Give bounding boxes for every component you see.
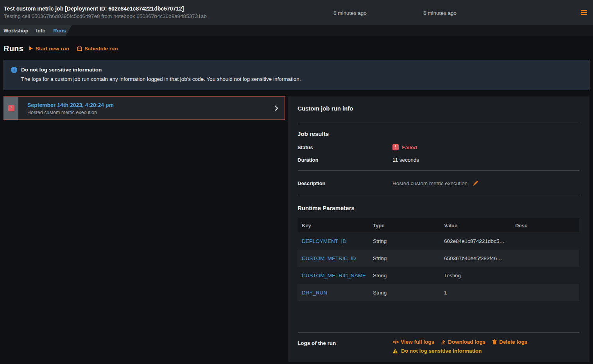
runtime-parameters-heading: Runtime Parameters [297, 205, 579, 211]
logs-actions: </> View full logs Download logs [392, 339, 579, 354]
description-value-wrap: Hosted custom metric execution [392, 180, 579, 186]
param-key-link[interactable]: CUSTOM_METRIC_NAME [297, 273, 369, 278]
view-full-logs-button[interactable]: </> View full logs [392, 339, 434, 345]
col-header-value: Value [440, 223, 511, 228]
description-value: Hosted custom metric execution [392, 180, 468, 186]
play-icon [29, 46, 33, 51]
param-value: 650367b40ee5f383f46… [440, 255, 511, 261]
tab-info[interactable]: Info [36, 28, 45, 34]
download-icon [441, 339, 446, 344]
logs-links: </> View full logs Download logs [392, 339, 579, 345]
col-header-desc: Desc [511, 223, 579, 228]
menu-bar [581, 12, 587, 13]
calendar-icon [77, 46, 82, 51]
tab-runs[interactable]: Runs [53, 28, 66, 34]
columns: ! September 14th 2023, 4:20:24 pm Hosted… [4, 96, 589, 362]
logs-label: Logs of the run [297, 339, 392, 354]
divider [297, 195, 579, 195]
app-header: Test custom metric job [Deployment ID: 6… [0, 0, 593, 25]
timestamp-updated: 6 minutes ago [423, 10, 457, 16]
param-key-link[interactable]: CUSTOM_METRIC_ID [297, 255, 369, 261]
menu-icon[interactable] [581, 10, 587, 15]
duration-label: Duration [297, 157, 392, 163]
banner-body: The logs for a custom job run contain an… [21, 76, 301, 82]
schedule-run-label: Schedule run [84, 46, 118, 52]
run-subtitle: Hosted custom metric execution [27, 110, 274, 115]
download-logs-label: Download logs [448, 339, 486, 345]
failed-status-icon: ! [392, 144, 399, 150]
trash-icon [492, 339, 497, 344]
col-header-key: Key [297, 223, 369, 228]
download-logs-button[interactable]: Download logs [441, 339, 486, 345]
schedule-run-button[interactable]: Schedule run [77, 46, 118, 52]
param-key-link[interactable]: DRY_RUN [297, 290, 369, 296]
edit-description-icon[interactable] [473, 180, 478, 186]
param-type: String [369, 290, 440, 296]
table-row: DEPLOYMENT_ID String 602e84e1c874221dbc5… [297, 232, 579, 250]
logs-section: Logs of the run </> View full logs [297, 339, 579, 354]
param-value: Testing [440, 273, 511, 278]
run-status-strip: ! [4, 97, 18, 120]
divider [297, 123, 579, 123]
param-key-link[interactable]: DEPLOYMENT_ID [297, 238, 369, 244]
status-row: Status ! Failed [297, 143, 579, 151]
runtime-parameters-table: Key Type Value Desc DEPLOYMENT_ID String… [297, 218, 579, 301]
description-label: Description [297, 180, 392, 186]
failed-status-icon: ! [8, 105, 14, 111]
status-value: ! Failed [392, 144, 579, 150]
tab-bar: Workshop Info Runs [0, 25, 593, 36]
col-header-type: Type [369, 223, 440, 228]
param-value: 602e84e1c874221dbc5… [440, 238, 511, 244]
divider [297, 332, 579, 333]
run-title: September 14th 2023, 4:20:24 pm [27, 102, 274, 109]
menu-bar [581, 14, 587, 15]
description-row: Description Hosted custom metric executi… [297, 175, 579, 191]
tab-strip: Workshop Info Runs [0, 25, 75, 36]
panel-title: Custom job run info [297, 105, 579, 112]
table-row: DRY_RUN String 1 [297, 284, 579, 301]
main-content: Runs Start new run Schedule run i Do not… [0, 43, 593, 362]
sensitive-info-banner: i Do not log sensitive information The l… [4, 60, 589, 90]
run-list-item[interactable]: ! September 14th 2023, 4:20:24 pm Hosted… [4, 96, 285, 120]
job-results-heading: Job results [297, 130, 579, 137]
duration-value: 11 seconds [392, 157, 579, 163]
table-body: DEPLOYMENT_ID String 602e84e1c874221dbc5… [297, 232, 579, 301]
status-label: Status [297, 145, 392, 150]
tab-workshop[interactable]: Workshop [4, 28, 28, 34]
divider [297, 170, 579, 171]
job-title: Test custom metric job [Deployment ID: 6… [4, 5, 587, 12]
table-header-row: Key Type Value Desc [297, 218, 579, 232]
chevron-right-icon [274, 97, 285, 120]
param-type: String [369, 255, 440, 261]
table-row: CUSTOM_METRIC_NAME String Testing [297, 267, 579, 284]
status-failed-text: Failed [402, 145, 417, 150]
warning-icon [392, 348, 398, 353]
param-type: String [369, 273, 440, 278]
logs-warning-text: Do not log sensitive information [401, 348, 482, 354]
logs-warning: Do not log sensitive information [392, 348, 579, 354]
param-value: 1 [440, 290, 511, 296]
run-list: ! September 14th 2023, 4:20:24 pm Hosted… [4, 96, 285, 362]
page-head: Runs Start new run Schedule run [4, 43, 589, 54]
job-subtitle: Testing cell 650367b6d0395fc5cd6497e8 fr… [4, 12, 587, 20]
view-full-logs-label: View full logs [401, 339, 434, 345]
run-info-panel: Custom job run info Job results Status !… [288, 96, 589, 362]
delete-logs-button[interactable]: Delete logs [492, 339, 527, 345]
info-icon: i [11, 67, 17, 73]
code-icon: </> [392, 339, 398, 345]
banner-title: Do not log sensitive information [21, 66, 301, 73]
table-row: CUSTOM_METRIC_ID String 650367b40ee5f383… [297, 250, 579, 267]
param-type: String [369, 238, 440, 244]
timestamp-created: 6 minutes ago [333, 10, 367, 16]
page-title: Runs [4, 44, 23, 53]
duration-row: Duration 11 seconds [297, 156, 579, 164]
start-new-run-button[interactable]: Start new run [29, 46, 69, 52]
menu-bar [581, 10, 587, 11]
start-new-run-label: Start new run [36, 46, 69, 52]
banner-text: Do not log sensitive information The log… [21, 66, 301, 90]
run-text: September 14th 2023, 4:20:24 pm Hosted c… [18, 97, 274, 120]
delete-logs-label: Delete logs [499, 339, 527, 345]
